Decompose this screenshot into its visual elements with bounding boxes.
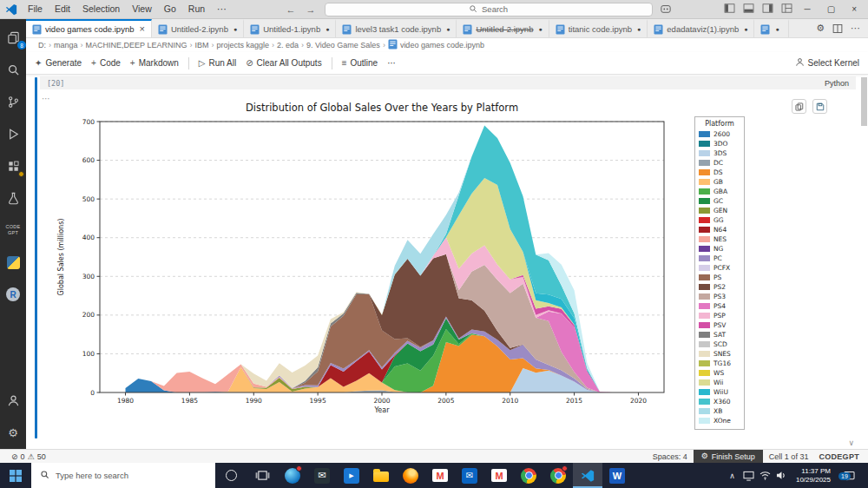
add-markdown-button[interactable]: + Markdown bbox=[130, 58, 179, 68]
breadcrumb-item[interactable]: D: bbox=[38, 41, 46, 49]
python-icon[interactable] bbox=[3, 253, 23, 272]
breadcrumb-item[interactable]: IBM bbox=[194, 41, 208, 49]
editor-scrollbar[interactable] bbox=[861, 77, 867, 126]
tray-monitor-icon[interactable] bbox=[741, 471, 756, 481]
firefox-taskbar-icon[interactable] bbox=[396, 463, 425, 488]
search-sidebar-icon[interactable] bbox=[3, 60, 23, 79]
tray-chevron-up-icon[interactable]: ∧ bbox=[725, 472, 740, 480]
vscode-taskbar-icon[interactable] bbox=[573, 463, 602, 488]
taskbar-clock[interactable]: 11:37 PM 10/29/2025 bbox=[791, 467, 836, 485]
cell-focus-bar bbox=[35, 77, 37, 439]
warning-icon: ⚠ bbox=[28, 452, 35, 461]
clear-all-outputs-button[interactable]: ⊘ Clear All Outputs bbox=[246, 58, 321, 68]
toggle-sidebar-icon[interactable] bbox=[724, 3, 735, 15]
cell-language-picker[interactable]: Python bbox=[825, 79, 849, 88]
unsaved-dot-icon[interactable]: ● bbox=[446, 26, 450, 32]
editor-tab[interactable]: video games code.ipynb× bbox=[26, 19, 152, 37]
run-debug-icon[interactable] bbox=[3, 124, 23, 143]
editor-tab[interactable]: titanic code.ipynb● bbox=[549, 19, 648, 37]
more-actions-icon[interactable]: ⋯ bbox=[851, 23, 860, 34]
add-code-button[interactable]: + Code bbox=[91, 58, 121, 68]
breadcrumb-item[interactable]: MACHINE,DEEP LEARNING bbox=[86, 41, 187, 49]
toolbar-more-icon[interactable]: ⋯ bbox=[387, 58, 396, 68]
codegpt-icon[interactable]: CODE GPT bbox=[3, 221, 23, 240]
save-output-button[interactable] bbox=[812, 99, 827, 114]
unsaved-dot-icon[interactable]: ● bbox=[744, 26, 747, 32]
account-icon[interactable] bbox=[3, 391, 23, 410]
cortana-button[interactable] bbox=[215, 463, 247, 488]
problems-indicator[interactable]: ⊘ 0 ⚠ 50 bbox=[7, 452, 50, 461]
copilot-icon[interactable] bbox=[660, 3, 672, 16]
gmail-2-taskbar-icon[interactable]: M bbox=[484, 463, 514, 488]
editor-tab[interactable]: level3 task1 code.ipynb● bbox=[336, 19, 457, 37]
testing-flask-icon[interactable] bbox=[3, 188, 23, 208]
menu-run[interactable]: Run bbox=[182, 0, 211, 18]
breadcrumb-item[interactable]: 2. eda bbox=[277, 41, 299, 49]
back-arrow-icon[interactable]: ← bbox=[285, 4, 298, 15]
spaces-indicator[interactable]: Spaces: 4 bbox=[648, 452, 692, 461]
task-view-button[interactable] bbox=[247, 463, 278, 488]
customize-layout-icon[interactable] bbox=[781, 3, 792, 15]
breadcrumb-item[interactable]: 9. Video Game Sales bbox=[306, 41, 380, 49]
chrome-taskbar-icon[interactable] bbox=[514, 463, 543, 488]
chrome-2-taskbar-icon[interactable] bbox=[543, 463, 573, 488]
chevron-down-icon[interactable]: ∨ bbox=[848, 439, 854, 447]
menu-edit[interactable]: Edit bbox=[49, 0, 76, 18]
edge-taskbar-icon[interactable] bbox=[278, 463, 307, 488]
unsaved-dot-icon[interactable]: ● bbox=[326, 26, 329, 32]
movies-tv-taskbar-icon[interactable]: ▶ bbox=[337, 463, 366, 488]
menu-file[interactable]: File bbox=[22, 0, 49, 18]
minimize-button[interactable]: ─ bbox=[800, 4, 815, 14]
unsaved-dot-icon[interactable]: ● bbox=[637, 26, 641, 32]
explorer-icon[interactable]: 8 bbox=[3, 28, 23, 47]
menu-more-icon[interactable]: ⋯ bbox=[211, 0, 233, 18]
gear-icon[interactable]: ⚙ bbox=[816, 23, 825, 33]
chart-legend-items: 26003DO3DSDCDSGBGBAGCGENGGN64NESNGPCPCFX… bbox=[699, 129, 740, 425]
gmail-taskbar-icon[interactable]: M bbox=[425, 463, 455, 488]
tab-label: level3 task1 code.ipynb bbox=[355, 24, 441, 34]
breadcrumb-item[interactable]: projects kaggle bbox=[216, 41, 269, 49]
breadcrumb-item[interactable]: manga bbox=[54, 41, 78, 49]
maximize-button[interactable]: ▢ bbox=[823, 4, 839, 14]
r-icon[interactable]: R bbox=[3, 285, 23, 304]
settings-gear-icon[interactable]: ⚙ bbox=[3, 423, 23, 442]
forward-arrow-icon[interactable]: → bbox=[305, 4, 318, 15]
mail-taskbar-icon[interactable]: ✉ bbox=[307, 463, 337, 488]
toggle-panel-icon[interactable] bbox=[743, 3, 754, 15]
tray-volume-icon[interactable] bbox=[774, 471, 789, 480]
command-search-box[interactable]: Search bbox=[325, 3, 653, 16]
unsaved-dot-icon[interactable]: ● bbox=[233, 26, 237, 32]
unsaved-dot-icon[interactable]: ● bbox=[538, 26, 542, 32]
taskbar-search[interactable]: Type here to search bbox=[31, 463, 215, 488]
file-explorer-taskbar-icon[interactable] bbox=[366, 463, 396, 488]
cell-more-icon[interactable]: ⋯ bbox=[42, 94, 50, 103]
word-taskbar-icon[interactable]: W bbox=[602, 463, 632, 488]
menu-go[interactable]: Go bbox=[158, 0, 182, 18]
menu-selection[interactable]: Selection bbox=[76, 0, 126, 18]
tray-wifi-icon[interactable] bbox=[758, 471, 773, 480]
finish-setup-button[interactable]: ⚙ Finish Setup bbox=[694, 450, 763, 463]
source-control-icon[interactable] bbox=[3, 92, 23, 111]
extensions-icon[interactable] bbox=[3, 156, 23, 175]
codegpt-status[interactable]: CODEGPT bbox=[814, 452, 868, 461]
select-kernel-button[interactable]: Select Kernel bbox=[795, 57, 859, 69]
menu-view[interactable]: View bbox=[126, 0, 158, 18]
run-all-button[interactable]: ▷ Run All bbox=[199, 58, 236, 68]
generate-button[interactable]: ✦ Generate bbox=[35, 58, 82, 68]
start-button[interactable] bbox=[0, 463, 31, 488]
editor-tab-stub[interactable]: ● bbox=[754, 19, 788, 37]
notification-center-button[interactable]: 19 bbox=[838, 471, 860, 481]
copy-output-button[interactable] bbox=[792, 99, 806, 114]
split-editor-icon[interactable] bbox=[832, 23, 843, 34]
close-window-button[interactable]: × bbox=[847, 4, 861, 14]
toggle-secondary-sidebar-icon[interactable] bbox=[762, 3, 773, 15]
outlook-taskbar-icon[interactable]: ✉ bbox=[455, 463, 484, 488]
outline-button[interactable]: ≡ Outline bbox=[342, 58, 378, 68]
breadcrumb-item[interactable]: video games code.ipynb bbox=[388, 39, 484, 51]
editor-tab[interactable]: edadataviz(1).ipynb● bbox=[648, 19, 754, 37]
editor-tab[interactable]: Untitled-2.ipynb● bbox=[457, 19, 549, 37]
cell-position-indicator[interactable]: Cell 1 of 31 bbox=[765, 452, 813, 461]
close-icon[interactable]: × bbox=[139, 24, 144, 34]
editor-tab[interactable]: Untitled-2.ipynb● bbox=[152, 19, 244, 37]
editor-tab[interactable]: Untitled-1.ipynb● bbox=[244, 19, 336, 37]
